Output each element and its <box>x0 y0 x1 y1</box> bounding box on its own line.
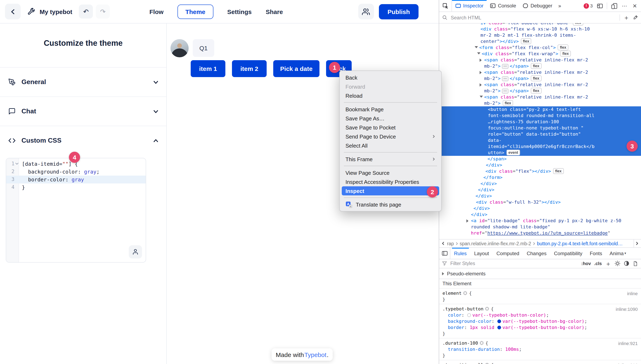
menu-item-reload[interactable]: Reload <box>342 91 439 100</box>
flex-badge[interactable]: flex <box>573 23 583 26</box>
split-console-icon[interactable] <box>595 1 604 10</box>
undo-button[interactable]: ↶ <box>79 4 93 18</box>
panel-tab-compatibility[interactable]: Compatibility <box>550 248 586 259</box>
pick-element-button[interactable] <box>439 0 452 12</box>
collapse-arrow-icon[interactable] <box>480 96 483 98</box>
panel-tab-rules[interactable]: Rules <box>450 248 470 259</box>
css-declaration[interactable]: border: 1px solid var(--typebot-button-b… <box>443 324 638 330</box>
flex-badge[interactable]: flex <box>531 63 541 69</box>
sidebar-section-custom-css[interactable]: Custom CSS <box>0 126 166 155</box>
light-theme-icon[interactable] <box>614 260 620 266</box>
tab-overflow-caret-icon[interactable]: ▾ <box>624 252 626 255</box>
markup-row[interactable]: <a id="lite-badge" class="fixed py-1 px-… <box>439 218 641 236</box>
responsive-mode-icon[interactable] <box>610 1 619 10</box>
custom-css-editor[interactable]: 1[data-itemid=""] {2 background-color: g… <box>6 158 146 262</box>
flex-badge[interactable]: flex <box>553 168 564 174</box>
markup-row[interactable]: <div class="w-full h-32"></div> <box>439 199 641 205</box>
filter-styles-input[interactable] <box>450 260 579 266</box>
pseudo-elements-row[interactable]: Pseudo-elements <box>439 268 641 279</box>
menu-item-translate-this-page[interactable]: AaTranslate this page <box>342 200 439 209</box>
panel-tab-fonts[interactable]: Fonts <box>586 248 606 259</box>
flex-badge[interactable]: flex <box>503 100 513 106</box>
markup-row[interactable]: <div class="flex w-6 xs:w-10 h-6 xs:h-10… <box>439 26 641 44</box>
expand-arrow-icon[interactable] <box>466 219 469 222</box>
breadcrumb-item[interactable]: button.py-2.px-4.text-left.font-semibold… <box>536 241 624 246</box>
menu-item-save-page-to-pocket[interactable]: Save Page to Pocket <box>342 123 439 132</box>
markup-row[interactable]: <span class="relative inline-flex mr-2 m… <box>439 82 641 94</box>
variables-button[interactable] <box>129 245 142 258</box>
flex-badge[interactable]: flex <box>531 76 541 81</box>
devtools-tab-console[interactable]: Console <box>487 0 519 12</box>
markup-row[interactable]: <div class="flex flex-wrap">flex <box>439 51 641 57</box>
markup-row[interactable]: <span class="relative inline-flex mr-2 m… <box>439 69 641 82</box>
menu-item-inspect[interactable]: Inspect <box>342 186 439 196</box>
panel-tab-layout[interactable]: Layout <box>470 248 493 259</box>
markup-row[interactable]: <span class="relative inline-flex mr-2 m… <box>439 57 641 69</box>
panel-tab-anima[interactable]: Anima▾ <box>606 248 630 259</box>
stylesheet-link[interactable]: inline <box>627 290 638 297</box>
markup-row[interactable]: </div> <box>439 187 641 193</box>
markup-row[interactable]: <span class="relative inline-flex mr-2 m… <box>439 94 641 106</box>
color-scheme-icon[interactable] <box>624 260 629 266</box>
rule-selector[interactable]: .duration-100 <box>443 340 478 346</box>
markup-row[interactable]: </div> <box>439 162 641 168</box>
tab-settings[interactable]: Settings <box>227 8 252 15</box>
markup-row[interactable]: </span> <box>439 156 641 162</box>
menu-item-this-frame[interactable]: This Frame <box>342 154 439 164</box>
rule-selector-line[interactable]: .typebot-button{ <box>443 306 638 312</box>
redo-button[interactable]: ↷ <box>96 4 110 18</box>
rule-selector[interactable]: .transition-all <box>443 362 484 364</box>
flex-badge[interactable]: flex <box>560 51 571 56</box>
flex-badge[interactable]: flex <box>521 38 531 44</box>
markup-row[interactable]: </div> <box>439 212 641 218</box>
rule-selector[interactable]: .typebot-button <box>443 306 484 312</box>
menu-item-send-page-to-device[interactable]: Send Page to Device <box>342 132 439 141</box>
collapse-arrow-icon[interactable] <box>475 46 478 48</box>
stylesheet-link[interactable]: inline:921 <box>618 340 638 347</box>
tab-flow[interactable]: Flow <box>149 8 163 15</box>
choice-button-pick-a-date[interactable]: Pick a date <box>273 60 319 77</box>
stylesheet-link[interactable]: inline:916 <box>618 362 638 364</box>
breadcrumb-scroll-left[interactable] <box>440 242 446 245</box>
breadcrumb-scroll-right[interactable] <box>633 240 640 247</box>
panel-tab-changes[interactable]: Changes <box>523 248 550 259</box>
css-declaration[interactable]: transition-duration: 100ms; <box>443 346 638 352</box>
stylesheet-link[interactable]: inline:1090 <box>616 306 638 312</box>
publish-button[interactable]: Publish <box>379 4 418 19</box>
expand-arrow-icon[interactable] <box>480 71 482 74</box>
made-with-badge[interactable]: Made with Typebot . <box>272 348 333 361</box>
expand-arrow-icon[interactable] <box>480 83 482 86</box>
made-with-brand[interactable]: Typebot <box>304 351 326 358</box>
collaborators-button[interactable] <box>358 4 374 19</box>
devtools-tab-inspector[interactable]: Inspector <box>452 0 487 12</box>
panel-tab-computed[interactable]: Computed <box>493 248 523 259</box>
color-swatch[interactable] <box>497 320 501 323</box>
highlight-matches-icon[interactable] <box>480 341 484 345</box>
highlight-matches-icon[interactable] <box>463 291 468 295</box>
menu-item-back[interactable]: Back <box>342 73 439 82</box>
choice-button-item-1[interactable]: item 1 <box>191 60 225 77</box>
flex-badge[interactable]: flex <box>531 88 541 94</box>
menu-item-select-all[interactable]: Select All <box>342 141 439 150</box>
inline-children-ellipsis[interactable]: ⋯ <box>502 64 509 69</box>
add-rule-icon[interactable]: ＋ <box>605 260 611 266</box>
highlight-matches-icon[interactable] <box>485 363 489 364</box>
choice-button-item-2[interactable]: item 2 <box>232 60 267 77</box>
markup-row[interactable]: <div class="flex"></div>flex <box>439 168 641 174</box>
markup-row[interactable]: <button class="py-2 px-4 text-left font-… <box>439 106 641 156</box>
breadcrumb-item[interactable]: rap <box>446 241 455 246</box>
sidebar-toggle-icon[interactable] <box>439 248 450 259</box>
devtools-close-icon[interactable]: ✕ <box>630 1 639 10</box>
markup-row[interactable]: </div> <box>439 205 641 212</box>
highlight-matches-icon[interactable] <box>485 307 489 311</box>
toggle-hov-button[interactable]: :hov <box>581 261 591 266</box>
color-swatch[interactable] <box>468 313 471 317</box>
add-node-icon[interactable]: ＋ <box>623 14 629 20</box>
menu-item-save-page-as[interactable]: Save Page As… <box>342 114 439 123</box>
css-declaration[interactable]: background-color: var(--typebot-button-b… <box>443 318 638 324</box>
print-media-icon[interactable] <box>633 261 638 266</box>
rule-selector[interactable]: element <box>443 290 462 296</box>
markup-row[interactable]: </div> <box>439 193 641 199</box>
inline-children-ellipsis[interactable]: ⋯ <box>502 89 509 94</box>
fold-caret-icon[interactable] <box>15 162 19 165</box>
